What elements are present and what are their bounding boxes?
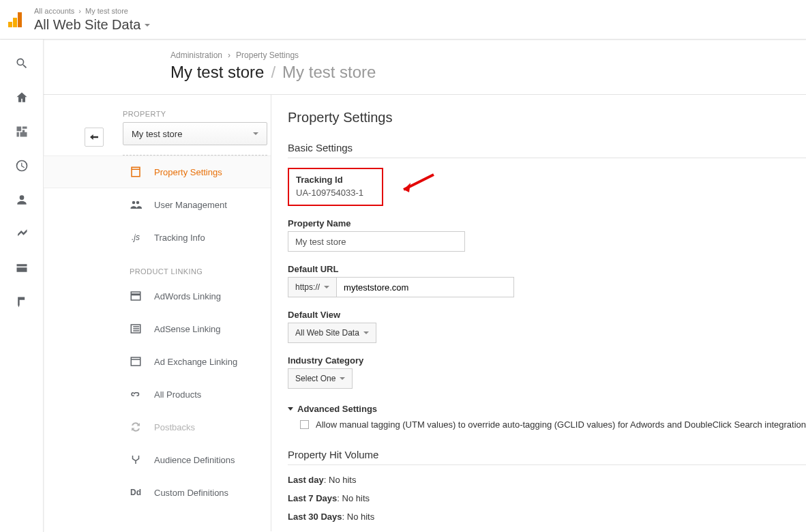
crumb-current: Property Settings bbox=[236, 50, 299, 60]
behavior-icon[interactable] bbox=[0, 251, 44, 285]
default-url-label: Default URL bbox=[288, 264, 806, 274]
property-section-label: PROPERTY bbox=[123, 110, 271, 118]
protocol-select[interactable]: https:// bbox=[288, 277, 337, 297]
dd-icon: Dd bbox=[130, 486, 142, 499]
manual-tagging-checkbox[interactable] bbox=[300, 420, 309, 429]
realtime-icon[interactable] bbox=[0, 149, 44, 183]
analytics-logo-icon bbox=[8, 12, 22, 27]
industry-select[interactable]: Select One bbox=[288, 368, 353, 389]
nav-tracking-info[interactable]: .js Tracking Info bbox=[44, 221, 271, 254]
home-icon[interactable] bbox=[0, 80, 44, 115]
page-breadcrumb: Administration › Property Settings bbox=[44, 40, 806, 60]
hit-last-7: Last 7 Days: No hits bbox=[288, 493, 806, 503]
branch-icon bbox=[130, 454, 142, 466]
settings-panel: Property Settings Basic Settings Trackin… bbox=[271, 95, 806, 531]
link-icon bbox=[130, 388, 142, 400]
caret-down-icon bbox=[340, 377, 345, 380]
main: Administration › Property Settings My te… bbox=[44, 40, 806, 531]
advanced-settings-toggle[interactable]: Advanced Settings bbox=[288, 404, 806, 414]
nav-adsense-linking[interactable]: AdSense Linking bbox=[44, 312, 271, 345]
acquisition-icon[interactable] bbox=[0, 217, 44, 251]
default-url-input[interactable] bbox=[337, 277, 514, 297]
users-icon bbox=[130, 198, 142, 211]
page-title: My test store / My test store bbox=[44, 60, 806, 94]
nav-property-settings[interactable]: Property Settings bbox=[44, 156, 271, 188]
nav-all-products[interactable]: All Products bbox=[44, 378, 271, 411]
nav-audience-definitions[interactable]: Audience Definitions bbox=[44, 443, 271, 476]
conversions-icon[interactable] bbox=[0, 285, 44, 319]
default-view-select[interactable]: All Web Site Data bbox=[288, 323, 376, 343]
caret-down-icon bbox=[253, 132, 258, 135]
search-icon[interactable] bbox=[0, 46, 44, 80]
js-icon: .js bbox=[130, 231, 142, 243]
nav-user-management[interactable]: User Management bbox=[44, 188, 271, 221]
back-button[interactable] bbox=[85, 128, 104, 147]
property-selector-value: My test store bbox=[132, 129, 182, 139]
nav-adexchange-linking[interactable]: Ad Exchange Linking bbox=[44, 345, 271, 378]
crumb-admin[interactable]: Administration bbox=[170, 50, 222, 60]
left-rail bbox=[0, 40, 44, 531]
tracking-id-value: UA-109754033-1 bbox=[296, 188, 372, 198]
basic-settings-header: Basic Settings bbox=[288, 142, 806, 158]
layout-icon bbox=[130, 290, 142, 302]
nav-postbacks[interactable]: Postbacks bbox=[44, 411, 271, 443]
view-selector-label: All Web Site Data bbox=[34, 17, 140, 33]
settings-title: Property Settings bbox=[288, 110, 806, 125]
manual-tagging-label: Allow manual tagging (UTM values) to ove… bbox=[316, 419, 806, 430]
callout-arrow-icon bbox=[393, 171, 441, 200]
breadcrumb-property[interactable]: My test store bbox=[85, 6, 128, 16]
hit-last-30: Last 30 Days: No hits bbox=[288, 512, 806, 522]
triangle-down-icon bbox=[288, 407, 293, 411]
audience-icon[interactable] bbox=[0, 183, 44, 217]
caret-down-icon bbox=[324, 286, 329, 289]
customization-icon[interactable] bbox=[0, 115, 44, 149]
hit-last-day: Last day: No hits bbox=[288, 475, 806, 485]
nav-custom-definitions[interactable]: Dd Custom Definitions bbox=[44, 476, 271, 509]
property-selector[interactable]: My test store bbox=[123, 122, 267, 145]
default-view-label: Default View bbox=[288, 310, 806, 320]
caret-down-icon bbox=[363, 331, 369, 334]
view-selector[interactable]: All Web Site Data bbox=[34, 17, 150, 33]
panel-icon bbox=[130, 355, 142, 368]
caret-down-icon bbox=[145, 24, 150, 27]
page-title-sub: My test store bbox=[282, 63, 376, 82]
list-icon bbox=[130, 323, 142, 335]
hit-volume-header: Property Hit Volume bbox=[288, 449, 806, 465]
manual-tagging-row: Allow manual tagging (UTM values) to ove… bbox=[300, 419, 806, 430]
account-breadcrumb[interactable]: All accounts › My test store bbox=[34, 6, 150, 16]
tracking-id-box: Tracking Id UA-109754033-1 bbox=[288, 168, 383, 206]
page-title-main: My test store bbox=[170, 63, 264, 82]
industry-label: Industry Category bbox=[288, 355, 806, 366]
top-header: All accounts › My test store All Web Sit… bbox=[0, 0, 806, 40]
tracking-id-label: Tracking Id bbox=[296, 175, 372, 185]
property-name-input[interactable] bbox=[288, 231, 465, 252]
product-linking-label: PRODUCT LINKING bbox=[130, 267, 271, 276]
sync-icon bbox=[130, 421, 142, 433]
property-name-label: Property Name bbox=[288, 218, 806, 228]
page-icon bbox=[130, 166, 142, 178]
property-nav: PROPERTY My test store Property Settings… bbox=[44, 95, 271, 531]
nav-adwords-linking[interactable]: AdWords Linking bbox=[44, 280, 271, 312]
breadcrumb-account[interactable]: All accounts bbox=[34, 6, 74, 16]
